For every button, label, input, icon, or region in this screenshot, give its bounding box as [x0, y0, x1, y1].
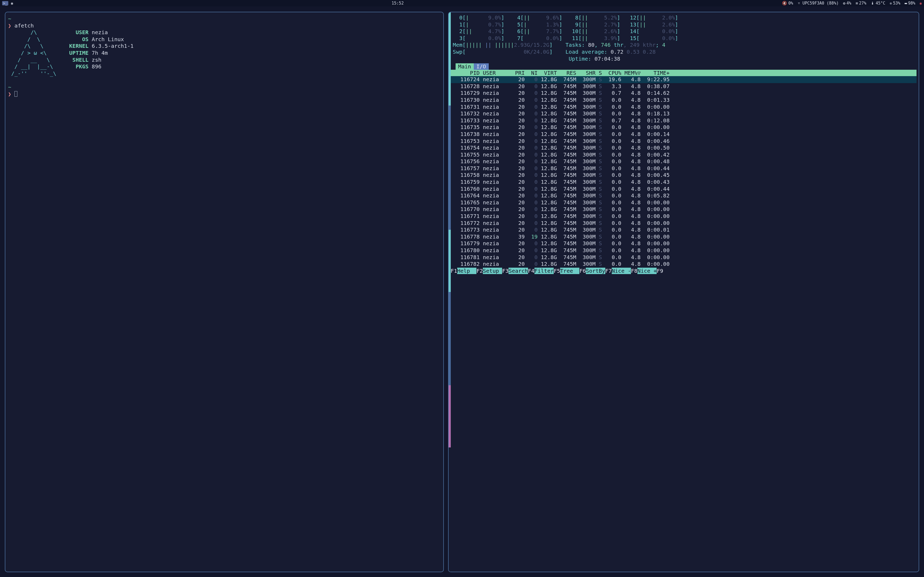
process-row[interactable]: 116735 nezia 20 0 12.8G 745M 300M S 0.0 …	[451, 124, 916, 131]
fkey-F2[interactable]: F2	[477, 268, 483, 274]
process-row[interactable]: 116756 nezia 20 0 12.8G 745M 300M S 0.0 …	[451, 158, 916, 165]
process-row[interactable]: 116773 nezia 20 0 12.8G 745M 300M S 0.0 …	[451, 227, 916, 234]
clock: 15:52	[392, 1, 404, 6]
process-row[interactable]: 116729 nezia 20 0 12.8G 745M 300M S 0.7 …	[451, 90, 916, 97]
process-row[interactable]: 116755 nezia 20 0 12.8G 745M 300M S 0.0 …	[451, 152, 916, 158]
process-table[interactable]: 116724 nezia 20 0 12.8G 745M 300M S 19.6…	[451, 76, 916, 268]
process-row[interactable]: 116771 nezia 20 0 12.8G 745M 300M S 0.0 …	[451, 213, 916, 220]
process-row[interactable]: 116764 nezia 20 0 12.8G 745M 300M S 0.0 …	[451, 192, 916, 199]
htop-tabs: MainI/O	[451, 63, 916, 70]
pane-scrollbar[interactable]	[449, 12, 451, 572]
brightness-indicator[interactable]: ✲53%	[890, 1, 900, 6]
ram-indicator[interactable]: ≡27%	[856, 1, 866, 6]
discord-tray-icon[interactable]: ◉	[920, 1, 922, 5]
fan-icon: ❂	[843, 1, 845, 6]
process-row[interactable]: 116770 nezia 20 0 12.8G 745M 300M S 0.0 …	[451, 206, 916, 213]
process-row[interactable]: 116779 nezia 20 0 12.8G 745M 300M S 0.0 …	[451, 240, 916, 247]
battery-indicator[interactable]: ▬98%	[905, 1, 915, 6]
process-row[interactable]: 116724 nezia 20 0 12.8G 745M 300M S 19.6…	[451, 76, 916, 83]
process-row[interactable]: 116781 nezia 20 0 12.8G 745M 300M S 0.0 …	[451, 254, 916, 261]
htop-meters: 0[| 9.0%] 4[|| 9.6%] 8[|| 5.2%] 12[|| 2.…	[451, 15, 916, 62]
cursor[interactable]	[15, 91, 18, 97]
battery-icon: ▬	[905, 1, 907, 6]
volume-indicator[interactable]: 🔇0%	[782, 1, 793, 6]
process-row[interactable]: 116772 nezia 20 0 12.8G 745M 300M S 0.0 …	[451, 220, 916, 227]
fkey-F1[interactable]: F1	[451, 268, 457, 274]
process-row[interactable]: 116753 nezia 20 0 12.8G 745M 300M S 0.0 …	[451, 138, 916, 145]
process-row[interactable]: 116732 nezia 20 0 12.8G 745M 300M S 0.0 …	[451, 110, 916, 117]
process-row[interactable]: 116760 nezia 20 0 12.8G 745M 300M S 0.0 …	[451, 185, 916, 193]
terminal-icon[interactable]: >_	[2, 1, 8, 5]
fkey-F7[interactable]: F7	[605, 268, 612, 274]
process-row[interactable]: 116759 nezia 20 0 12.8G 745M 300M S 0.0 …	[451, 179, 916, 185]
htop-fkey-bar: F1Help F2Setup F3SearchF4FilterF5Tree F6…	[451, 268, 916, 274]
fkey-F4[interactable]: F4	[528, 268, 535, 274]
wifi-indicator[interactable]: ᯤUPC59F3A0 (88%)	[798, 1, 839, 6]
fkey-F5[interactable]: F5	[554, 268, 560, 274]
fkey-F8[interactable]: F8	[631, 268, 637, 274]
gpu-indicator[interactable]: ❂4%	[843, 1, 851, 6]
terminal-htop[interactable]: 0[| 9.0%] 4[|| 9.6%] 8[|| 5.2%] 12[|| 2.…	[448, 12, 919, 572]
process-row[interactable]: 116733 nezia 20 0 12.8G 745M 300M S 0.7 …	[451, 117, 916, 124]
process-row[interactable]: 116765 nezia 20 0 12.8G 745M 300M S 0.0 …	[451, 199, 916, 206]
temp-indicator[interactable]: 🌡45°C	[871, 1, 885, 6]
process-row[interactable]: 116758 nezia 20 0 12.8G 745M 300M S 0.0 …	[451, 172, 916, 179]
firefox-icon[interactable]: ◉	[11, 1, 13, 5]
fkey-F3[interactable]: F3	[502, 268, 509, 274]
tab-io[interactable]: I/O	[474, 63, 489, 70]
process-row[interactable]: 116754 nezia 20 0 12.8G 745M 300M S 0.0 …	[451, 145, 916, 152]
fkey-F9[interactable]: F9	[657, 268, 663, 274]
process-table-header[interactable]: PID USER PRI NI VIRT RES SHR S CPU% MEM%…	[451, 70, 916, 76]
process-row[interactable]: 116738 nezia 20 0 12.8G 745M 300M S 0.0 …	[451, 131, 916, 138]
ram-icon: ≡	[856, 1, 858, 6]
tab-main[interactable]: Main	[456, 63, 474, 70]
process-row[interactable]: 116780 nezia 20 0 12.8G 745M 300M S 0.0 …	[451, 247, 916, 254]
taskbar: >_ ◉ 15:52 🔇0% ᯤUPC59F3A0 (88%) ❂4% ≡27%…	[0, 0, 924, 6]
fkey-F6[interactable]: F6	[579, 268, 586, 274]
process-row[interactable]: 116730 nezia 20 0 12.8G 745M 300M S 0.0 …	[451, 97, 916, 104]
process-row[interactable]: 116728 nezia 20 0 12.8G 745M 300M S 3.3 …	[451, 83, 916, 90]
process-row[interactable]: 116778 nezia 39 19 12.8G 745M 300M S 0.0…	[451, 234, 916, 240]
wifi-icon: ᯤ	[798, 1, 801, 6]
process-row[interactable]: 116731 nezia 20 0 12.8G 745M 300M S 0.0 …	[451, 104, 916, 111]
thermometer-icon: 🌡	[871, 1, 874, 6]
process-row[interactable]: 116782 nezia 20 0 12.8G 745M 300M S 0.0 …	[451, 261, 916, 268]
terminal-afetch[interactable]: ~❯ afetch /\ USER nezia / \ OS Arch Linu…	[5, 12, 444, 572]
volume-mute-icon: 🔇	[782, 1, 787, 6]
brightness-icon: ✲	[890, 1, 892, 6]
process-row[interactable]: 116757 nezia 20 0 12.8G 745M 300M S 0.0 …	[451, 165, 916, 172]
